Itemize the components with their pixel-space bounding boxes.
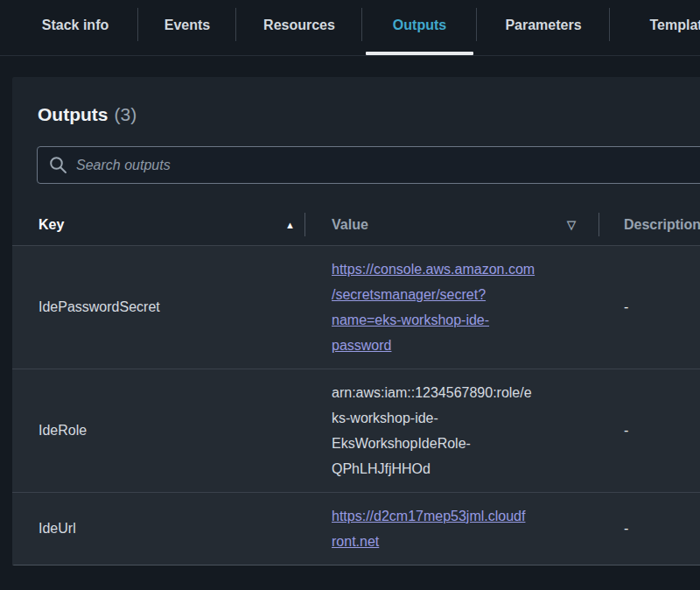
active-tab-underline bbox=[366, 52, 473, 55]
stack-tab-bar: Stack info Events Resources Outputs Para… bbox=[0, 0, 700, 56]
table-row-ide-url: IdeUrl https://d2cm17mep53jml.cloudf ron… bbox=[12, 493, 700, 565]
tab-template[interactable]: Template bbox=[610, 0, 700, 55]
search-container bbox=[37, 146, 700, 184]
column-header-key-label: Key bbox=[38, 217, 64, 233]
output-key: IdeUrl bbox=[12, 521, 305, 537]
output-description: - bbox=[599, 423, 700, 439]
output-value-cell: https://d2cm17mep53jml.cloudf ront.net bbox=[305, 503, 599, 554]
tab-parameters-label: Parameters bbox=[505, 18, 581, 33]
outputs-table: Key ▲ Value ▽ Description IdePasswordSec… bbox=[12, 204, 700, 565]
output-value-cell: arn:aws:iam::1234567890:role/e ks-worksh… bbox=[305, 380, 599, 481]
tab-stack-info[interactable]: Stack info bbox=[12, 0, 138, 55]
output-description: - bbox=[599, 299, 700, 315]
output-value-text: arn:aws:iam::1234567890:role/e ks-worksh… bbox=[332, 380, 532, 481]
tab-resources[interactable]: Resources bbox=[236, 0, 362, 55]
search-input[interactable] bbox=[37, 146, 700, 184]
tab-outputs-label: Outputs bbox=[393, 18, 446, 33]
output-key: IdePasswordSecret bbox=[12, 299, 305, 315]
column-header-description[interactable]: Description bbox=[599, 217, 700, 233]
table-row-ide-role: IdeRole arn:aws:iam::1234567890:role/e k… bbox=[12, 369, 700, 493]
column-header-key[interactable]: Key ▲ bbox=[12, 204, 305, 245]
column-header-value[interactable]: Value ▽ bbox=[305, 204, 599, 245]
column-header-description-label: Description bbox=[624, 217, 700, 233]
outputs-panel-header: Outputs(3) bbox=[12, 77, 700, 125]
tab-resources-label: Resources bbox=[263, 18, 335, 33]
table-row-ide-password-secret: IdePasswordSecret https://console.aws.am… bbox=[12, 246, 700, 369]
panel-title: Outputs bbox=[38, 104, 108, 124]
sort-ascending-icon: ▲ bbox=[285, 220, 295, 230]
outputs-panel: Outputs(3) Key ▲ Value ▽ Description Ide… bbox=[12, 77, 700, 565]
tab-events-label: Events bbox=[164, 18, 210, 33]
output-value-cell: https://console.aws.amazon.com /secretsm… bbox=[305, 256, 599, 358]
tab-outputs[interactable]: Outputs bbox=[362, 0, 477, 55]
output-key: IdeRole bbox=[12, 423, 305, 439]
tab-parameters[interactable]: Parameters bbox=[477, 0, 610, 55]
sort-unsorted-icon: ▽ bbox=[567, 218, 576, 231]
outputs-count-badge: (3) bbox=[114, 104, 136, 124]
tab-stack-info-label: Stack info bbox=[42, 18, 108, 33]
output-value-link[interactable]: https://d2cm17mep53jml.cloudf ront.net bbox=[332, 503, 525, 554]
outputs-table-header: Key ▲ Value ▽ Description bbox=[12, 204, 700, 246]
tab-events[interactable]: Events bbox=[138, 0, 236, 55]
output-description: - bbox=[599, 521, 700, 537]
column-header-value-label: Value bbox=[332, 217, 368, 233]
output-value-link[interactable]: https://console.aws.amazon.com /secretsm… bbox=[332, 256, 535, 358]
tab-template-label: Template bbox=[649, 18, 700, 33]
